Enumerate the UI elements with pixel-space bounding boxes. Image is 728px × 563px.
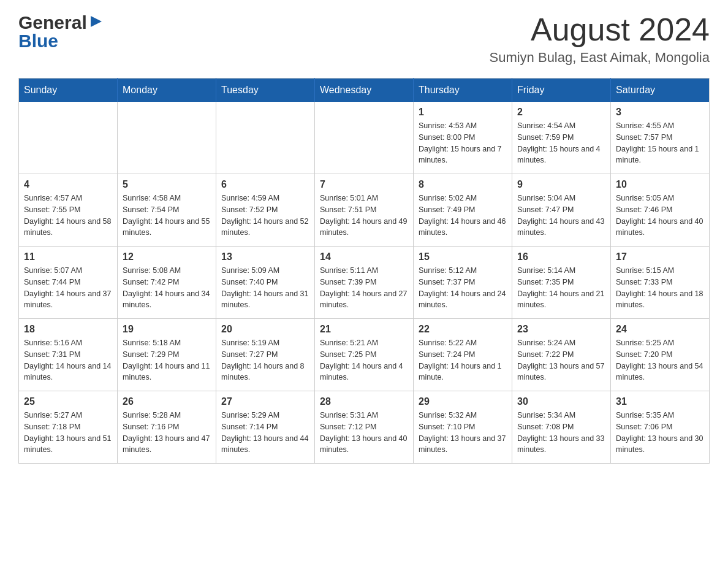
day-info: Sunrise: 5:11 AMSunset: 7:39 PMDaylight:… xyxy=(320,265,408,311)
day-info: Sunrise: 5:15 AMSunset: 7:33 PMDaylight:… xyxy=(616,265,704,311)
logo-blue-text: Blue xyxy=(18,31,103,52)
day-number: 12 xyxy=(123,251,211,262)
day-number: 26 xyxy=(123,396,211,407)
day-info: Sunrise: 4:59 AMSunset: 7:52 PMDaylight:… xyxy=(221,193,309,239)
day-number: 9 xyxy=(517,179,605,190)
calendar-header-monday: Monday xyxy=(118,79,216,102)
day-info: Sunrise: 5:22 AMSunset: 7:24 PMDaylight:… xyxy=(419,337,507,383)
day-number: 11 xyxy=(24,251,112,262)
calendar-cell: 24Sunrise: 5:25 AMSunset: 7:20 PMDayligh… xyxy=(611,319,710,391)
calendar-cell: 28Sunrise: 5:31 AMSunset: 7:12 PMDayligh… xyxy=(315,391,414,464)
calendar-cell: 21Sunrise: 5:21 AMSunset: 7:25 PMDayligh… xyxy=(315,319,414,391)
calendar-cell: 12Sunrise: 5:08 AMSunset: 7:42 PMDayligh… xyxy=(118,247,216,319)
day-number: 8 xyxy=(419,179,507,190)
location-title: Sumiyn Bulag, East Aimak, Mongolia xyxy=(489,50,710,66)
day-number: 31 xyxy=(616,396,704,407)
day-info: Sunrise: 5:21 AMSunset: 7:25 PMDaylight:… xyxy=(320,337,408,383)
calendar-cell xyxy=(315,102,414,174)
day-number: 4 xyxy=(24,179,112,190)
calendar-cell: 4Sunrise: 4:57 AMSunset: 7:55 PMDaylight… xyxy=(19,174,118,247)
day-info: Sunrise: 5:09 AMSunset: 7:40 PMDaylight:… xyxy=(221,265,309,311)
day-number: 19 xyxy=(123,324,211,335)
day-info: Sunrise: 5:27 AMSunset: 7:18 PMDaylight:… xyxy=(24,410,112,456)
day-number: 27 xyxy=(221,396,309,407)
calendar-cell: 25Sunrise: 5:27 AMSunset: 7:18 PMDayligh… xyxy=(19,391,118,464)
calendar-cell: 18Sunrise: 5:16 AMSunset: 7:31 PMDayligh… xyxy=(19,319,118,391)
svg-marker-0 xyxy=(91,16,102,27)
day-info: Sunrise: 5:04 AMSunset: 7:47 PMDaylight:… xyxy=(517,193,605,239)
day-number: 2 xyxy=(517,107,605,118)
day-info: Sunrise: 5:08 AMSunset: 7:42 PMDaylight:… xyxy=(123,265,211,311)
day-number: 28 xyxy=(320,396,408,407)
logo: General Blue xyxy=(18,12,103,52)
calendar-cell: 30Sunrise: 5:34 AMSunset: 7:08 PMDayligh… xyxy=(512,391,611,464)
day-info: Sunrise: 4:57 AMSunset: 7:55 PMDaylight:… xyxy=(24,193,112,239)
day-number: 29 xyxy=(419,396,507,407)
day-number: 16 xyxy=(517,251,605,262)
calendar-cell: 13Sunrise: 5:09 AMSunset: 7:40 PMDayligh… xyxy=(216,247,315,319)
calendar-cell xyxy=(216,102,315,174)
day-number: 3 xyxy=(616,107,704,118)
calendar-cell: 6Sunrise: 4:59 AMSunset: 7:52 PMDaylight… xyxy=(216,174,315,247)
day-info: Sunrise: 5:02 AMSunset: 7:49 PMDaylight:… xyxy=(419,193,507,239)
calendar-cell: 20Sunrise: 5:19 AMSunset: 7:27 PMDayligh… xyxy=(216,319,315,391)
logo-general-text: General xyxy=(18,12,87,33)
calendar-week-row: 1Sunrise: 4:53 AMSunset: 8:00 PMDaylight… xyxy=(19,102,710,174)
day-info: Sunrise: 5:24 AMSunset: 7:22 PMDaylight:… xyxy=(517,337,605,383)
day-number: 25 xyxy=(24,396,112,407)
calendar-week-row: 4Sunrise: 4:57 AMSunset: 7:55 PMDaylight… xyxy=(19,174,710,247)
day-number: 17 xyxy=(616,251,704,262)
day-number: 30 xyxy=(517,396,605,407)
day-info: Sunrise: 4:54 AMSunset: 7:59 PMDaylight:… xyxy=(517,120,605,166)
calendar-cell: 7Sunrise: 5:01 AMSunset: 7:51 PMDaylight… xyxy=(315,174,414,247)
day-number: 1 xyxy=(419,107,507,118)
calendar-cell: 3Sunrise: 4:55 AMSunset: 7:57 PMDaylight… xyxy=(611,102,710,174)
calendar-cell: 16Sunrise: 5:14 AMSunset: 7:35 PMDayligh… xyxy=(512,247,611,319)
day-number: 7 xyxy=(320,179,408,190)
calendar-cell: 17Sunrise: 5:15 AMSunset: 7:33 PMDayligh… xyxy=(611,247,710,319)
calendar-cell: 8Sunrise: 5:02 AMSunset: 7:49 PMDaylight… xyxy=(414,174,512,247)
calendar-cell: 31Sunrise: 5:35 AMSunset: 7:06 PMDayligh… xyxy=(611,391,710,464)
day-number: 5 xyxy=(123,179,211,190)
day-info: Sunrise: 5:07 AMSunset: 7:44 PMDaylight:… xyxy=(24,265,112,311)
calendar-cell: 2Sunrise: 4:54 AMSunset: 7:59 PMDaylight… xyxy=(512,102,611,174)
day-number: 18 xyxy=(24,324,112,335)
day-info: Sunrise: 5:14 AMSunset: 7:35 PMDaylight:… xyxy=(517,265,605,311)
day-info: Sunrise: 5:34 AMSunset: 7:08 PMDaylight:… xyxy=(517,410,605,456)
calendar-cell: 1Sunrise: 4:53 AMSunset: 8:00 PMDaylight… xyxy=(414,102,512,174)
day-number: 21 xyxy=(320,324,408,335)
day-number: 23 xyxy=(517,324,605,335)
calendar-cell: 10Sunrise: 5:05 AMSunset: 7:46 PMDayligh… xyxy=(611,174,710,247)
calendar-cell: 15Sunrise: 5:12 AMSunset: 7:37 PMDayligh… xyxy=(414,247,512,319)
day-number: 22 xyxy=(419,324,507,335)
calendar-header-thursday: Thursday xyxy=(414,79,512,102)
calendar-cell: 19Sunrise: 5:18 AMSunset: 7:29 PMDayligh… xyxy=(118,319,216,391)
calendar-cell: 14Sunrise: 5:11 AMSunset: 7:39 PMDayligh… xyxy=(315,247,414,319)
calendar-cell: 9Sunrise: 5:04 AMSunset: 7:47 PMDaylight… xyxy=(512,174,611,247)
day-info: Sunrise: 4:53 AMSunset: 8:00 PMDaylight:… xyxy=(419,120,507,166)
day-number: 20 xyxy=(221,324,309,335)
day-info: Sunrise: 4:55 AMSunset: 7:57 PMDaylight:… xyxy=(616,120,704,166)
day-number: 10 xyxy=(616,179,704,190)
day-info: Sunrise: 5:31 AMSunset: 7:12 PMDaylight:… xyxy=(320,410,408,456)
day-number: 14 xyxy=(320,251,408,262)
day-info: Sunrise: 5:16 AMSunset: 7:31 PMDaylight:… xyxy=(24,337,112,383)
day-info: Sunrise: 5:29 AMSunset: 7:14 PMDaylight:… xyxy=(221,410,309,456)
calendar-header-sunday: Sunday xyxy=(19,79,118,102)
day-info: Sunrise: 5:05 AMSunset: 7:46 PMDaylight:… xyxy=(616,193,704,239)
day-info: Sunrise: 5:25 AMSunset: 7:20 PMDaylight:… xyxy=(616,337,704,383)
day-info: Sunrise: 5:28 AMSunset: 7:16 PMDaylight:… xyxy=(123,410,211,456)
calendar-table: SundayMondayTuesdayWednesdayThursdayFrid… xyxy=(18,78,710,464)
calendar-cell: 11Sunrise: 5:07 AMSunset: 7:44 PMDayligh… xyxy=(19,247,118,319)
calendar-cell: 27Sunrise: 5:29 AMSunset: 7:14 PMDayligh… xyxy=(216,391,315,464)
day-number: 15 xyxy=(419,251,507,262)
calendar-header-friday: Friday xyxy=(512,79,611,102)
calendar-cell: 5Sunrise: 4:58 AMSunset: 7:54 PMDaylight… xyxy=(118,174,216,247)
calendar-header-tuesday: Tuesday xyxy=(216,79,315,102)
calendar-header-wednesday: Wednesday xyxy=(315,79,414,102)
calendar-cell: 23Sunrise: 5:24 AMSunset: 7:22 PMDayligh… xyxy=(512,319,611,391)
calendar-cell: 26Sunrise: 5:28 AMSunset: 7:16 PMDayligh… xyxy=(118,391,216,464)
calendar-cell xyxy=(118,102,216,174)
calendar-week-row: 18Sunrise: 5:16 AMSunset: 7:31 PMDayligh… xyxy=(19,319,710,391)
day-info: Sunrise: 5:18 AMSunset: 7:29 PMDaylight:… xyxy=(123,337,211,383)
